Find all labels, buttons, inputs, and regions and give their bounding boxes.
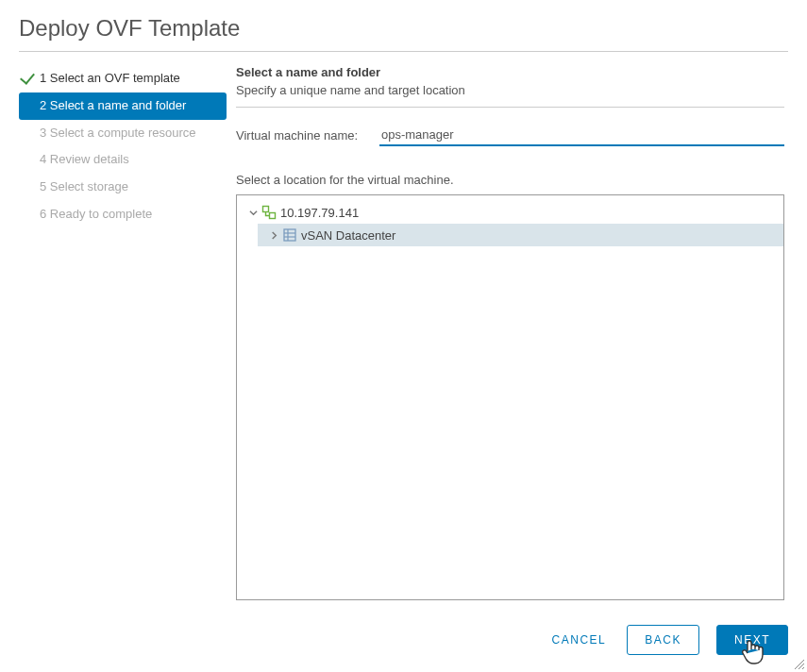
wizard-step-3: 3 Select a compute resource [19,120,227,147]
location-tree[interactable]: 10.197.79.141 vSAN Datacenter [236,194,784,600]
wizard-step-6: 6 Ready to complete [19,201,227,228]
datacenter-icon [282,227,297,243]
svg-rect-1 [270,213,276,219]
tree-node-host[interactable]: 10.197.79.141 [237,201,783,224]
vm-name-label: Virtual machine name: [236,128,379,143]
tree-node-label: 10.197.79.141 [280,206,359,220]
back-button[interactable]: BACK [627,625,699,655]
wizard-step-1[interactable]: 1 Select an OVF template [19,65,227,92]
vm-name-input[interactable] [379,125,784,146]
wizard-step-4: 4 Review details [19,146,227,174]
svg-rect-0 [263,207,269,212]
section-heading: Select a name and folder [236,65,784,79]
section-sub: Specify a unique name and target locatio… [236,83,784,108]
wizard-footer: CANCEL BACK NEXT [548,625,788,655]
svg-rect-2 [284,229,295,241]
wizard-sidebar: 1 Select an OVF template 2 Select a name… [19,65,227,600]
tree-node-label: vSAN Datacenter [301,228,395,243]
location-label: Select a location for the virtual machin… [236,173,784,187]
next-button[interactable]: NEXT [716,625,788,655]
wizard-step-2[interactable]: 2 Select a name and folder [19,92,227,120]
vcenter-icon [261,205,277,220]
resize-handle-icon[interactable] [794,659,805,670]
chevron-right-icon[interactable] [267,231,280,240]
wizard-step-5: 5 Select storage [19,174,227,201]
dialog-title: Deploy OVF Template [19,15,788,52]
cancel-button[interactable]: CANCEL [548,626,611,654]
chevron-down-icon[interactable] [246,209,260,217]
tree-node-datacenter[interactable]: vSAN Datacenter [258,224,783,246]
